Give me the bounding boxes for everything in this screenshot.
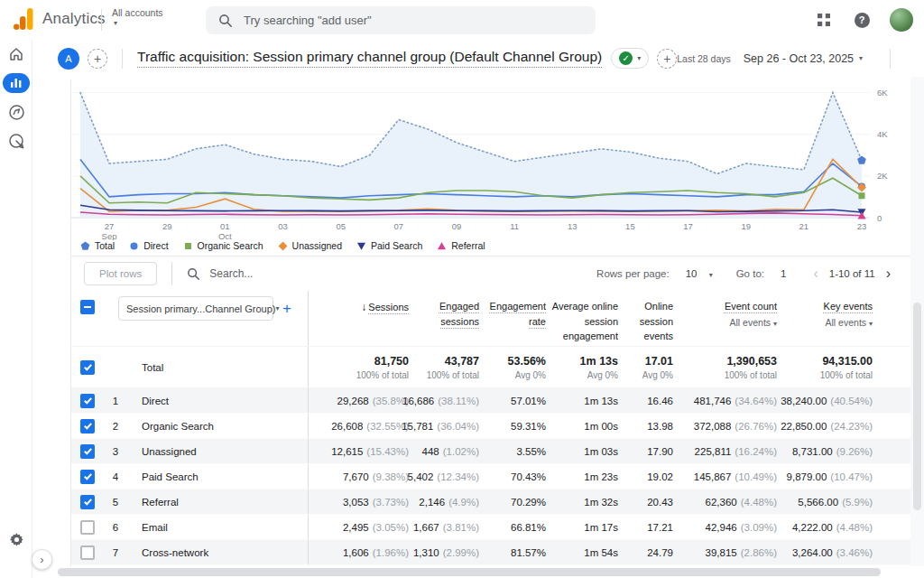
chart-svg[interactable]: 02K4K6K27Sep2901Oct030507091113151719212… <box>71 79 910 240</box>
row-checkbox[interactable] <box>80 545 95 560</box>
event-filter-select[interactable]: All events ▾ <box>777 316 873 331</box>
sort-desc-icon: ↓ <box>361 301 366 313</box>
row-channel[interactable]: Paid Search <box>127 471 308 482</box>
total-row-checkbox[interactable] <box>80 360 95 375</box>
metric-cell: 5,566.00(5.9%) <box>777 489 873 514</box>
metric-cell: 17.90 <box>618 439 673 463</box>
topbar-divider <box>101 9 102 31</box>
account-switcher[interactable]: All accounts ▾ <box>112 8 163 27</box>
nav-home[interactable] <box>0 40 32 69</box>
metric-cell: 20.43 <box>618 489 673 514</box>
row-channel[interactable]: Unassigned <box>127 446 308 457</box>
prev-page-button[interactable]: ‹ <box>809 266 821 282</box>
help-icon[interactable]: ? <box>852 10 872 30</box>
table-row: 1Direct29,268(35.8%)16,686(38.11%)57.01%… <box>71 388 910 414</box>
row-checkbox[interactable] <box>80 520 95 535</box>
row-index: 3 <box>104 446 127 457</box>
chevron-down-icon: ▾ <box>709 271 713 279</box>
legend-item-total[interactable]: Total <box>80 240 115 251</box>
chevron-down-icon: ▾ <box>637 54 641 62</box>
y-axis-tick: 2K <box>877 171 888 181</box>
horizontal-scrollbar[interactable] <box>32 566 924 578</box>
next-page-button[interactable]: › <box>882 266 894 282</box>
report-body: 02K4K6K27Sep2901Oct030507091113151719212… <box>70 79 910 567</box>
nav-explore[interactable] <box>0 98 32 126</box>
analytics-logo[interactable]: Analytics <box>13 7 106 31</box>
metric-cell: 66.81% <box>479 515 546 539</box>
row-channel[interactable]: Organic Search <box>127 421 308 432</box>
date-range-picker[interactable]: Sep 26 - Oct 23, 2025 ▾ <box>744 52 863 65</box>
row-channel[interactable]: Cross-network <box>127 547 308 558</box>
legend-item-organic-search[interactable]: Organic Search <box>183 240 263 251</box>
legend-item-referral[interactable]: Referral <box>437 240 485 251</box>
user-avatar[interactable] <box>890 8 913 32</box>
y-axis-tick: 6K <box>877 88 888 98</box>
vertical-scrollbar[interactable] <box>910 77 924 567</box>
row-checkbox[interactable] <box>80 470 95 484</box>
row-channel[interactable]: Email <box>127 522 308 533</box>
add-dimension-button[interactable]: + <box>282 300 291 318</box>
total-metric-cell: 94,315.00100% of total <box>777 347 873 387</box>
horizontal-scrollbar-thumb[interactable] <box>58 568 881 576</box>
row-checkbox[interactable] <box>80 419 95 434</box>
metric-cell: 2,495(3.05%) <box>308 515 409 539</box>
table-search-input[interactable]: Search... <box>187 267 596 281</box>
metric-cell: 1m 13s <box>546 388 618 413</box>
column-header-average-online-session-engagement: Average online session engagement <box>546 291 618 346</box>
table-controls: Plot rows Search... Rows per page: 10 ▾ … <box>71 256 910 291</box>
dimension-selector[interactable]: Session primary...Channel Group) ▾ <box>118 296 273 321</box>
diagnostics-grid-icon[interactable] <box>814 10 834 30</box>
nav-admin[interactable] <box>0 526 32 553</box>
row-checkbox[interactable] <box>80 444 95 459</box>
table-row: 7Cross-network1,606(1.96%)1,310(2.99%)81… <box>71 540 910 565</box>
table-row: 4Paid Search7,670(9.38%)5,402(12.34%)70.… <box>71 464 910 489</box>
metric-cell: 17.21 <box>618 515 673 539</box>
row-index: 1 <box>104 396 127 406</box>
chart-legend: TotalDirectOrganic SearchUnassignedPaid … <box>80 240 485 251</box>
nav-reports-active[interactable] <box>3 73 30 93</box>
metric-cell: 9,879.00(10.47%) <box>777 464 873 489</box>
svg-text:Sep: Sep <box>102 231 117 240</box>
goto-page-input[interactable]: 1 <box>781 268 786 279</box>
add-filter-button[interactable]: + <box>657 49 677 69</box>
nav-advertising[interactable] <box>0 126 32 155</box>
metric-cell: 19.02 <box>618 464 673 489</box>
x-axis-tick: 21 <box>799 221 809 231</box>
metric-cell: 1m 03s <box>546 439 618 463</box>
square-icon <box>183 241 193 251</box>
row-channel[interactable]: Direct <box>127 396 308 406</box>
metric-cell: 8,731.00(9.26%) <box>777 439 873 463</box>
nav-expand-button[interactable]: › <box>32 549 52 570</box>
table-row: 6Email2,495(3.05%)1,667(3.81%)66.81%1m 1… <box>71 515 910 540</box>
legend-item-unassigned[interactable]: Unassigned <box>278 240 342 251</box>
row-checkbox[interactable] <box>80 394 95 408</box>
metric-cell: 62,360(4.48%) <box>673 489 777 514</box>
property-badge[interactable]: A <box>58 48 79 70</box>
global-search-input[interactable]: Try searching "add user" <box>206 6 596 34</box>
vertical-scrollbar-thumb[interactable] <box>913 303 921 510</box>
explore-icon <box>8 104 25 121</box>
metric-cell: 57.01% <box>479 388 546 413</box>
metric-cell: 29,268(35.8%) <box>308 388 409 413</box>
metric-cell: 70.29% <box>479 489 546 514</box>
metric-cell: 448(1.02%) <box>409 439 479 463</box>
x-axis-tick: 29 <box>162 221 172 231</box>
event-filter-select[interactable]: All events ▾ <box>673 316 777 331</box>
total-metric-cell: 1m 13sAvg 0% <box>546 347 618 387</box>
x-axis-tick: 19 <box>741 221 751 231</box>
legend-item-direct[interactable]: Direct <box>129 240 168 251</box>
row-checkbox[interactable] <box>80 495 95 509</box>
table-row: 2Organic Search26,608(32.55%)15,781(36.0… <box>71 414 910 439</box>
add-comparison-button[interactable]: + <box>88 49 107 69</box>
report-title[interactable]: Traffic acquisition: Session primary cha… <box>137 49 602 68</box>
x-axis-tick: 15 <box>625 221 635 231</box>
data-quality-badge[interactable]: ✓ ▾ <box>611 48 649 69</box>
rows-per-page-select[interactable]: 10 ▾ <box>686 268 713 279</box>
plot-rows-button[interactable]: Plot rows <box>84 262 157 285</box>
select-all-checkbox[interactable] <box>80 300 95 314</box>
row-channel[interactable]: Referral <box>127 497 308 508</box>
left-nav-rail <box>0 40 32 578</box>
metric-cell: 4,222.00(4.48%) <box>777 515 873 539</box>
metric-cell: 1,606(1.96%) <box>308 540 409 564</box>
legend-item-paid-search[interactable]: Paid Search <box>356 240 422 251</box>
